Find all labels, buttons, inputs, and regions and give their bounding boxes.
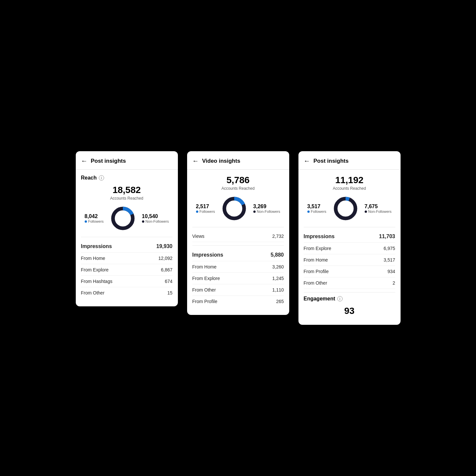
stat-value-2-1: 1,245 bbox=[272, 276, 284, 281]
divider-2a bbox=[192, 227, 284, 227]
non-followers-label-text-2: Non-Followers bbox=[257, 210, 280, 213]
stat-row-1-3: From Other 15 bbox=[81, 287, 173, 298]
donut-chart-2 bbox=[221, 195, 247, 222]
impressions-label-2: Impressions bbox=[192, 252, 223, 258]
donut-row-1: 8,042 Followers 10,540 bbox=[81, 205, 173, 232]
stat-value-1-0: 12,092 bbox=[158, 256, 173, 261]
reach-section-title: Reach i bbox=[81, 175, 173, 181]
stat-label-2-1: From Explore bbox=[192, 276, 220, 281]
accounts-reached-label-2: Accounts Reached bbox=[192, 186, 284, 191]
stat-value-1-3: 15 bbox=[167, 290, 173, 295]
followers-legend-1: 8,042 Followers bbox=[85, 213, 104, 223]
divider-1 bbox=[81, 237, 173, 237]
non-followers-legend-3: 7,675 Non-Followers bbox=[365, 204, 392, 213]
followers-dot-2 bbox=[196, 210, 198, 213]
stat-value-1-2: 674 bbox=[165, 279, 172, 284]
reach-info-icon[interactable]: i bbox=[99, 175, 104, 181]
impressions-row-3: Impressions 11,703 bbox=[304, 231, 395, 243]
accounts-reached-value-1: 18,582 bbox=[81, 185, 173, 195]
back-arrow-icon-2[interactable]: ← bbox=[192, 157, 199, 165]
stat-row-3-3: From Other 2 bbox=[304, 277, 395, 289]
impressions-label-1: Impressions bbox=[81, 243, 112, 249]
impressions-label-3: Impressions bbox=[304, 234, 335, 239]
stat-value-3-2: 934 bbox=[387, 269, 395, 274]
stat-row-2-3: From Profile 265 bbox=[192, 296, 284, 307]
stat-row-2-1: From Explore 1,245 bbox=[192, 273, 284, 284]
impressions-row-2: Impressions 5,880 bbox=[192, 249, 284, 261]
non-followers-dot-2 bbox=[253, 210, 256, 213]
divider-3 bbox=[304, 227, 395, 227]
impressions-value-3: 11,703 bbox=[379, 234, 395, 239]
accounts-reached-value-2: 5,786 bbox=[192, 175, 284, 185]
stat-row-3-0: From Explore 6,975 bbox=[304, 243, 395, 254]
followers-dot-1 bbox=[85, 220, 87, 223]
panel-title-1: Post insights bbox=[91, 158, 126, 164]
reach-label: Reach bbox=[81, 175, 97, 181]
stat-value-3-1: 3,517 bbox=[383, 257, 395, 263]
followers-label-3: Followers bbox=[307, 210, 326, 213]
views-value: 2,732 bbox=[272, 234, 284, 239]
followers-label-2: Followers bbox=[196, 210, 215, 213]
stat-label-2-3: From Profile bbox=[192, 299, 217, 304]
accounts-reached-label-1: Accounts Reached bbox=[81, 196, 173, 201]
followers-legend-2: 2,517 Followers bbox=[196, 204, 215, 213]
followers-label-1: Followers bbox=[85, 219, 104, 223]
views-label: Views bbox=[192, 234, 205, 239]
panel-header-2: ← Video insights bbox=[187, 151, 289, 170]
panel-post-insights-3: ← Post insights 11,192 Accounts Reached … bbox=[298, 151, 401, 325]
stat-label-2-0: From Home bbox=[192, 264, 217, 269]
non-followers-value-1: 10,540 bbox=[142, 213, 158, 219]
non-followers-legend-1: 10,540 Non-Followers bbox=[142, 213, 169, 223]
non-followers-value-2: 3,269 bbox=[253, 204, 266, 210]
followers-value-1: 8,042 bbox=[85, 213, 98, 219]
stat-label-3-2: From Profile bbox=[304, 269, 329, 274]
stat-value-3-0: 6,975 bbox=[383, 246, 395, 251]
followers-label-text-1: Followers bbox=[88, 219, 104, 223]
stat-row-2-0: From Home 3,260 bbox=[192, 261, 284, 273]
non-followers-dot-3 bbox=[365, 210, 367, 213]
stat-label-3-1: From Home bbox=[304, 257, 328, 263]
stat-label-3-3: From Other bbox=[304, 280, 327, 286]
svg-point-4 bbox=[336, 199, 355, 218]
followers-legend-3: 3,517 Followers bbox=[307, 204, 326, 213]
back-arrow-icon-3[interactable]: ← bbox=[304, 157, 310, 165]
non-followers-label-text-3: Non-Followers bbox=[368, 210, 392, 213]
panel-video-insights: ← Video insights 5,786 Accounts Reached … bbox=[187, 151, 289, 315]
engagement-section-title: Engagement i bbox=[304, 296, 395, 302]
stat-value-2-2: 1,110 bbox=[272, 287, 284, 293]
followers-value-3: 3,517 bbox=[307, 204, 321, 210]
stat-label-1-2: From Hashtags bbox=[81, 279, 113, 284]
divider-2b bbox=[192, 245, 284, 246]
panel-post-insights-1: ← Post insights Reach i 18,582 Accounts … bbox=[76, 151, 178, 306]
engagement-info-icon[interactable]: i bbox=[337, 296, 343, 301]
impressions-row-1: Impressions 19,930 bbox=[81, 240, 173, 253]
non-followers-legend-2: 3,269 Non-Followers bbox=[253, 204, 280, 213]
non-followers-label-1: Non-Followers bbox=[142, 219, 169, 223]
stat-row-2-2: From Other 1,110 bbox=[192, 284, 284, 296]
panel-title-3: Post insights bbox=[314, 158, 349, 164]
engagement-label: Engagement bbox=[304, 296, 335, 302]
donut-chart-1 bbox=[110, 205, 136, 232]
stat-label-1-3: From Other bbox=[81, 290, 105, 295]
non-followers-label-3: Non-Followers bbox=[365, 210, 392, 213]
stat-row-3-1: From Home 3,517 bbox=[304, 254, 395, 266]
non-followers-label-text-1: Non-Followers bbox=[146, 219, 169, 223]
panels-container: ← Post insights Reach i 18,582 Accounts … bbox=[63, 151, 414, 325]
stat-label-3-0: From Explore bbox=[304, 246, 331, 251]
stat-row-1-2: From Hashtags 674 bbox=[81, 276, 173, 287]
back-arrow-icon-1[interactable]: ← bbox=[81, 157, 88, 165]
donut-row-2: 2,517 Followers 3,269 bbox=[192, 195, 284, 222]
engagement-value: 93 bbox=[304, 306, 395, 316]
followers-label-text-3: Followers bbox=[311, 210, 326, 213]
stat-label-1-0: From Home bbox=[81, 256, 105, 261]
stat-label-1-1: From Explore bbox=[81, 267, 109, 272]
followers-dot-3 bbox=[307, 210, 310, 213]
impressions-value-1: 19,930 bbox=[156, 243, 173, 249]
divider-3b bbox=[304, 292, 395, 293]
stat-row-3-2: From Profile 934 bbox=[304, 266, 395, 277]
accounts-reached-label-3: Accounts Reached bbox=[304, 186, 395, 191]
panel-body-1: Reach i 18,582 Accounts Reached 8,042 Fo… bbox=[76, 170, 178, 298]
panel-header-3: ← Post insights bbox=[298, 151, 401, 170]
panel-body-3: 11,192 Accounts Reached 3,517 Followers bbox=[298, 170, 401, 316]
stat-value-1-1: 6,867 bbox=[161, 267, 172, 272]
